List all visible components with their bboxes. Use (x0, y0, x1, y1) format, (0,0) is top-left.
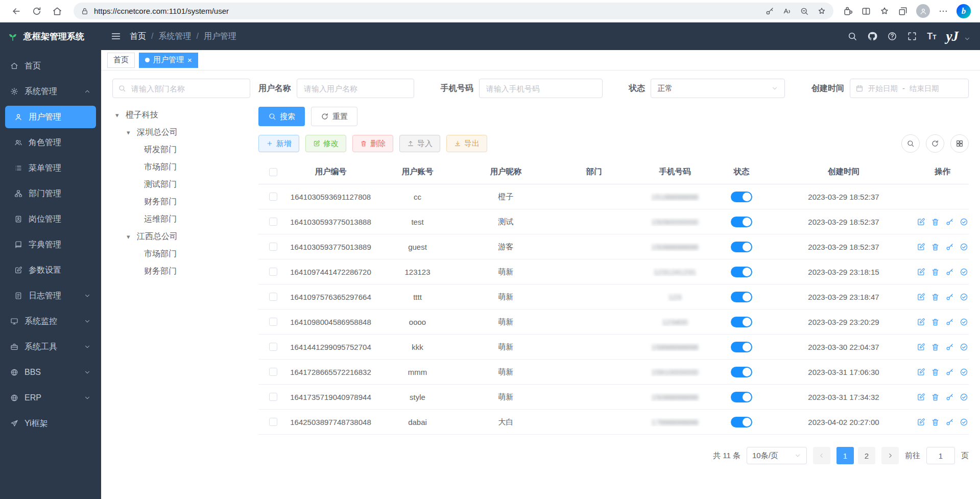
extensions-icon[interactable] (843, 6, 853, 16)
delete-button[interactable]: 删除 (352, 135, 393, 152)
delete-row-button[interactable] (931, 218, 940, 226)
fullscreen-icon[interactable] (907, 31, 917, 41)
sidebar-item-erp[interactable]: ERP (0, 385, 101, 411)
edit-row-button[interactable] (917, 243, 925, 251)
refresh-button[interactable] (28, 2, 46, 20)
sidebar-item-dept-management[interactable]: 部门管理 (0, 181, 101, 206)
next-page-button[interactable] (881, 447, 899, 464)
split-screen-icon[interactable] (861, 6, 871, 16)
tree-node-2[interactable]: 研发部门 (112, 141, 250, 158)
sidebar-item-system-monitor[interactable]: 系统监控 (0, 308, 101, 334)
assign-role-button[interactable] (960, 343, 968, 351)
back-button[interactable] (7, 2, 26, 20)
reset-password-button[interactable] (945, 368, 954, 376)
export-button[interactable]: 导出 (446, 135, 487, 152)
edit-row-button[interactable] (917, 393, 925, 401)
sidebar-item-system-tools[interactable]: 系统工具 (0, 334, 101, 360)
browser-menu-icon[interactable] (938, 6, 948, 16)
user-menu-caret-icon[interactable] (964, 35, 971, 42)
edit-row-button[interactable] (917, 268, 925, 276)
delete-row-button[interactable] (931, 418, 940, 426)
column-settings-button[interactable] (950, 134, 969, 153)
tree-node-7[interactable]: ▾江西总公司 (112, 228, 250, 245)
delete-row-button[interactable] (931, 318, 940, 326)
zoom-out-icon[interactable] (800, 7, 809, 16)
refresh-table-button[interactable] (926, 134, 944, 153)
reset-password-button[interactable] (945, 418, 954, 426)
dept-search-input[interactable] (112, 79, 250, 98)
reset-button[interactable]: 重置 (311, 107, 357, 126)
user-logo[interactable]: yJ (946, 29, 958, 44)
reset-password-button[interactable] (945, 293, 954, 301)
password-icon[interactable] (765, 7, 774, 16)
add-button[interactable]: 新增 (258, 135, 299, 152)
copilot-icon[interactable]: b (957, 4, 971, 18)
row-checkbox[interactable] (269, 268, 277, 276)
sidebar-item-param-settings[interactable]: 参数设置 (0, 257, 101, 283)
sidebar-item-system-management[interactable]: 系统管理 (0, 79, 101, 104)
status-select[interactable]: 正常 (651, 79, 785, 98)
row-checkbox[interactable] (269, 318, 277, 326)
prev-page-button[interactable] (813, 447, 830, 464)
row-checkbox[interactable] (269, 368, 277, 376)
status-toggle[interactable] (731, 292, 752, 302)
edit-button[interactable]: 修改 (305, 135, 346, 152)
read-aloud-icon[interactable] (782, 7, 792, 16)
delete-row-button[interactable] (931, 268, 940, 276)
status-toggle[interactable] (731, 417, 752, 427)
assign-role-button[interactable] (960, 368, 968, 376)
tab-user-management[interactable]: 用户管理 × (139, 53, 198, 68)
delete-row-button[interactable] (931, 368, 940, 376)
status-toggle[interactable] (731, 217, 752, 227)
sidebar-item-home[interactable]: 首页 (0, 53, 101, 79)
reset-password-button[interactable] (945, 343, 954, 351)
tree-node-4[interactable]: 测试部门 (112, 176, 250, 193)
status-toggle[interactable] (731, 267, 752, 277)
status-toggle[interactable] (731, 317, 752, 327)
status-toggle[interactable] (731, 242, 752, 252)
assign-role-button[interactable] (960, 243, 968, 251)
tab-home[interactable]: 首页 (107, 53, 135, 68)
add-favorite-icon[interactable] (817, 7, 826, 16)
assign-role-button[interactable] (960, 268, 968, 276)
assign-role-button[interactable] (960, 218, 968, 226)
status-toggle[interactable] (731, 342, 752, 352)
close-tab-icon[interactable]: × (187, 56, 192, 64)
goto-page-input[interactable] (926, 447, 955, 464)
row-checkbox[interactable] (269, 243, 277, 251)
sidebar-item-menu-management[interactable]: 菜单管理 (0, 155, 101, 181)
reset-password-button[interactable] (945, 218, 954, 226)
home-button[interactable] (48, 2, 66, 20)
search-button[interactable]: 搜索 (258, 107, 305, 126)
status-toggle[interactable] (731, 392, 752, 402)
row-checkbox[interactable] (269, 193, 277, 201)
tree-node-0[interactable]: ▾橙子科技 (112, 106, 250, 124)
tree-expand-caret-icon[interactable]: ▾ (127, 129, 137, 136)
row-checkbox[interactable] (269, 418, 277, 426)
sidebar-item-post-management[interactable]: 岗位管理 (0, 206, 101, 232)
sidebar-item-role-management[interactable]: 角色管理 (0, 130, 101, 155)
date-range-picker[interactable]: 开始日期 - 结束日期 (850, 79, 969, 98)
tree-node-3[interactable]: 市场部门 (112, 158, 250, 176)
tree-node-1[interactable]: ▾深圳总公司 (112, 124, 250, 141)
header-search-icon[interactable] (847, 31, 857, 41)
collections-icon[interactable] (898, 6, 908, 16)
assign-role-button[interactable] (960, 393, 968, 401)
tree-expand-caret-icon[interactable]: ▾ (115, 111, 126, 119)
import-button[interactable]: 导入 (399, 135, 440, 152)
profile-avatar[interactable] (916, 4, 930, 18)
sidebar-item-yi-framework[interactable]: Yi框架 (0, 411, 101, 436)
edit-row-button[interactable] (917, 343, 925, 351)
breadcrumb-system[interactable]: 系统管理 (158, 31, 191, 42)
sidebar-item-log-management[interactable]: 日志管理 (0, 283, 101, 308)
edit-row-button[interactable] (917, 418, 925, 426)
status-toggle[interactable] (731, 367, 752, 377)
favorites-icon[interactable] (879, 6, 890, 16)
address-bar[interactable]: https://ccnetcore.com:1101/system/user (74, 3, 833, 19)
tree-expand-caret-icon[interactable]: ▾ (127, 233, 137, 241)
page-size-select[interactable]: 10条/页 (747, 447, 807, 464)
font-size-icon[interactable]: TT (927, 32, 936, 41)
assign-role-button[interactable] (960, 293, 968, 301)
page-2-button[interactable]: 2 (858, 447, 875, 464)
tree-node-6[interactable]: 运维部门 (112, 210, 250, 228)
